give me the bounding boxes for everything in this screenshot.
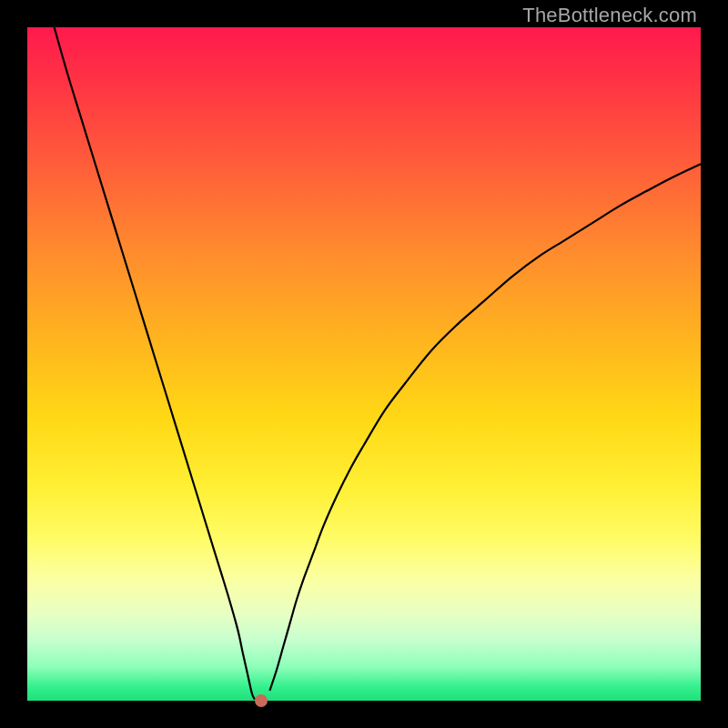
curve-left-branch (55, 27, 256, 700)
attribution-text: TheBottleneck.com (522, 4, 697, 27)
minimum-marker-dot (255, 694, 268, 707)
bottleneck-curve (27, 27, 701, 701)
curve-right-branch (269, 164, 701, 691)
